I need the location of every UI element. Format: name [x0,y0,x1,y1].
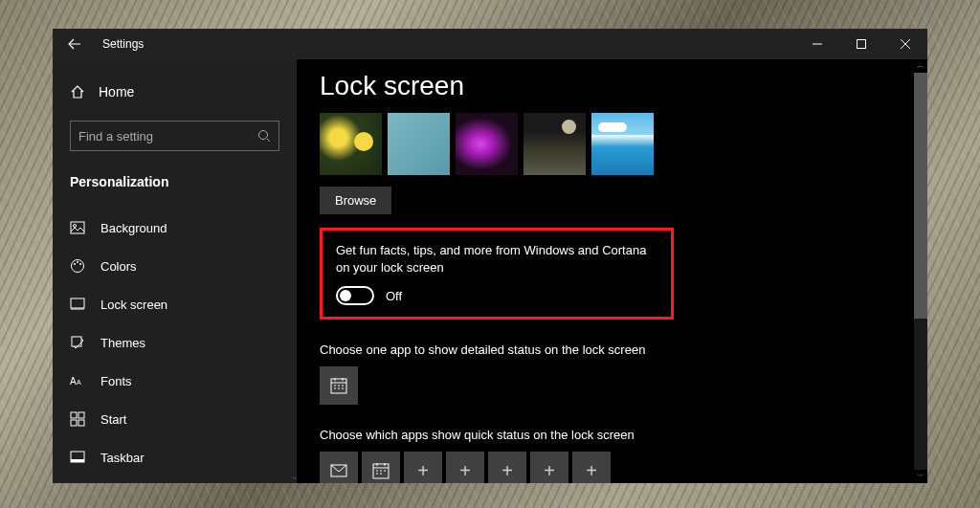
svg-point-3 [74,225,77,228]
calendar-icon [329,376,348,395]
scroll-up-icon: ︿ [914,59,927,73]
fonts-icon: AA [70,373,85,388]
quick-status-section: Choose which apps show quick status on t… [320,428,904,483]
close-button[interactable] [883,29,927,59]
toggle-state: Off [386,289,402,303]
home-button[interactable]: Home [53,77,297,107]
nav-label: Fonts [100,374,132,388]
nav-background[interactable]: Background [53,209,297,247]
main-content: Lock screen Browse Get fun facts, tips, … [297,59,927,483]
themes-icon [70,335,85,350]
quick-tile-calendar[interactable] [362,452,400,483]
nav-start[interactable]: Start [53,400,297,438]
arrow-left-icon [68,37,81,51]
thumbnail-2[interactable] [388,113,450,175]
svg-rect-2 [71,222,84,233]
nav-lockscreen[interactable]: Lock screen [53,285,297,323]
search-input[interactable] [78,129,257,144]
plus-icon: + [544,460,555,482]
thumbnail-4[interactable] [523,113,586,175]
quick-tile-add-1[interactable]: + [404,452,442,483]
svg-text:A: A [77,379,81,386]
plus-icon: + [459,460,471,482]
nav-themes[interactable]: Themes [53,323,297,362]
fun-facts-setting: Get fun facts, tips, and more from Windo… [320,228,674,320]
page-title: Lock screen [320,71,904,101]
nav-label: Taskbar [100,451,145,465]
nav-taskbar[interactable]: Taskbar [53,438,297,476]
window-body: Home Personalization Background Colors [53,59,927,483]
nav-fonts[interactable]: AA Fonts [53,362,297,400]
lockscreen-icon [70,297,85,312]
search-box[interactable] [70,121,279,151]
quick-status-label: Choose which apps show quick status on t… [320,428,904,442]
scroll-thumb[interactable] [914,73,927,319]
window-title: Settings [102,37,144,51]
plus-icon: + [586,460,597,482]
svg-rect-15 [78,420,84,426]
plus-icon: + [417,460,429,482]
nav-label: Themes [100,336,145,350]
nav-label: Colors [100,259,137,274]
search-container [70,121,279,151]
nav-label: Lock screen [100,298,167,312]
scroll-track [914,73,927,470]
image-icon [70,220,85,235]
nav-label: Start [100,412,126,427]
palette-icon [70,258,85,274]
quick-tile-add-2[interactable]: + [446,452,484,483]
back-button[interactable] [53,29,97,59]
minimize-button[interactable] [795,29,839,59]
svg-rect-12 [71,412,77,418]
svg-rect-14 [71,420,77,426]
detailed-app-tile[interactable] [320,366,358,405]
fun-facts-toggle[interactable] [336,286,374,305]
titlebar: Settings [53,29,927,59]
svg-point-5 [74,263,76,265]
home-icon [70,84,85,99]
nav-list: Background Colors Lock screen Themes AA … [53,209,297,476]
svg-rect-13 [78,412,84,418]
start-icon [70,411,85,427]
detailed-status-label: Choose one app to show detailed status o… [320,342,904,357]
mail-icon [329,461,348,480]
quick-status-tiles: + + + + + [320,452,904,483]
toggle-row: Off [336,286,657,305]
taskbar-icon [70,450,85,465]
search-icon [257,129,271,143]
thumbnail-3[interactable] [456,113,518,175]
home-label: Home [99,84,134,99]
calendar-icon [371,461,390,480]
svg-point-6 [77,261,78,263]
sidebar: Home Personalization Background Colors [53,59,297,483]
svg-rect-17 [71,459,84,462]
main-scrollbar[interactable]: ︿ ﹀ [914,59,927,483]
nav-colors[interactable]: Colors [53,247,297,285]
nav-label: Background [100,221,167,235]
svg-rect-8 [71,298,84,308]
fun-facts-label: Get fun facts, tips, and more from Windo… [336,242,657,276]
svg-text:A: A [70,376,77,387]
svg-point-7 [79,263,81,265]
minimize-icon [813,39,822,49]
thumbnail-1[interactable] [320,113,382,175]
settings-window: Settings Home Personalization [53,29,927,483]
quick-tile-add-3[interactable]: + [488,452,526,483]
browse-button[interactable]: Browse [320,187,391,214]
svg-rect-0 [858,40,866,49]
quick-tile-add-5[interactable]: + [572,452,611,483]
svg-point-1 [259,131,268,140]
window-controls [795,29,927,59]
close-icon [901,39,910,49]
quick-tile-add-4[interactable]: + [530,452,568,483]
background-thumbnails [320,113,904,175]
scroll-down-icon: ﹀ [914,470,927,483]
thumbnail-5[interactable] [591,113,654,175]
maximize-button[interactable] [839,29,883,59]
plus-icon: + [501,460,513,482]
category-header: Personalization [53,165,297,199]
quick-tile-mail[interactable] [320,452,358,483]
svg-rect-9 [72,337,81,346]
detailed-status-section: Choose one app to show detailed status o… [320,342,904,405]
maximize-icon [857,39,866,49]
